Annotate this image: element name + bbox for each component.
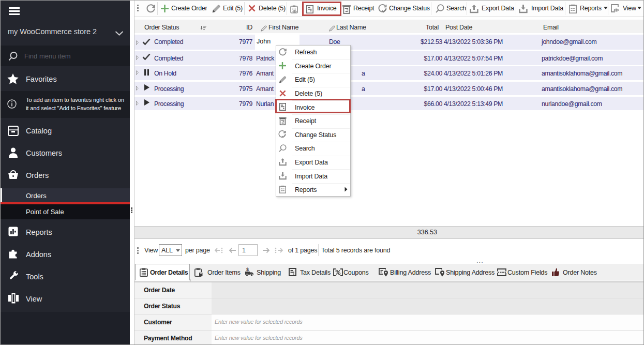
- svg-text:$: $: [246, 267, 249, 272]
